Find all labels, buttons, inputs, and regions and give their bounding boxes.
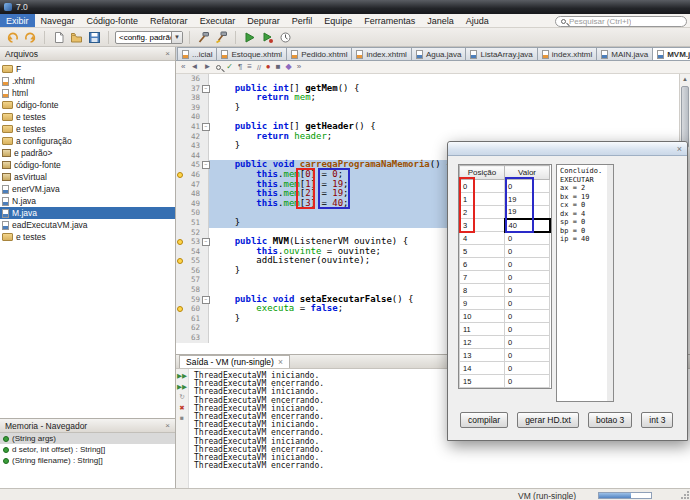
memory-cell[interactable]: 15 bbox=[460, 375, 505, 388]
memory-cell[interactable]: 5 bbox=[460, 245, 505, 258]
memory-cell[interactable]: 13 bbox=[460, 349, 505, 362]
code-line-42[interactable]: 42 return header; bbox=[176, 132, 690, 142]
menu-ajuda[interactable]: Ajuda bbox=[460, 14, 495, 27]
file-tree-item[interactable]: a configuração bbox=[0, 135, 175, 147]
menu-perfil[interactable]: Perfil bbox=[286, 14, 319, 27]
memory-cell[interactable]: 12 bbox=[460, 336, 505, 349]
memory-cell[interactable]: 0 bbox=[505, 180, 550, 193]
memory-cell[interactable]: 0 bbox=[505, 258, 550, 271]
new-file-icon[interactable] bbox=[51, 30, 66, 45]
config-combo[interactable]: <config. padrão> ▼ bbox=[115, 31, 183, 44]
run-icon[interactable] bbox=[242, 30, 257, 45]
memory-cell[interactable]: 0 bbox=[505, 375, 550, 388]
window-titlebar[interactable]: 7.0 bbox=[0, 0, 690, 14]
redo-icon[interactable] bbox=[23, 30, 38, 45]
memory-cell[interactable]: 14 bbox=[460, 362, 505, 375]
file-tree-item[interactable]: e testes bbox=[0, 111, 175, 123]
resize-grip-icon[interactable] bbox=[680, 490, 689, 499]
scrollbar-thumb[interactable] bbox=[681, 86, 689, 148]
output-tab[interactable]: Saída - VM (run-single) × bbox=[179, 355, 290, 368]
execution-log[interactable]: Concluído.EXECUTARax = 2bx = 19cx = 0dx … bbox=[556, 164, 614, 402]
file-tree-item[interactable]: e testes bbox=[0, 123, 175, 135]
memory-col-header-valor[interactable]: Valor bbox=[505, 166, 550, 180]
memory-cell[interactable]: 1 bbox=[460, 193, 505, 206]
memory-cell[interactable]: 0 bbox=[460, 180, 505, 193]
memory-cell[interactable]: 0 bbox=[505, 271, 550, 284]
editor-tab-mvm-java[interactable]: MVM.java× bbox=[652, 47, 690, 60]
paragraph-icon[interactable]: ¶ bbox=[238, 63, 242, 71]
file-tree-item[interactable]: eadExecutaVM.java bbox=[0, 219, 175, 231]
back-icon[interactable]: ◄ bbox=[190, 63, 198, 71]
navigator-header[interactable]: Memoria - Navegador × bbox=[0, 419, 175, 433]
dialog-titlebar[interactable]: × bbox=[448, 142, 687, 156]
bookmark-icon[interactable]: ◆ bbox=[286, 63, 292, 71]
file-tree-item[interactable]: M.java bbox=[0, 207, 175, 219]
clean-build-icon[interactable] bbox=[214, 30, 229, 45]
memory-cell[interactable]: 6 bbox=[460, 258, 505, 271]
menu-exibir[interactable]: Exibir bbox=[0, 14, 35, 27]
botao-3-button[interactable]: botao 3 bbox=[588, 412, 632, 428]
file-tree-item[interactable]: ódigo-fonte bbox=[0, 99, 175, 111]
memory-cell[interactable]: 4 bbox=[460, 232, 505, 245]
fold-icon[interactable] bbox=[202, 160, 209, 170]
navigator-item[interactable]: d setor, int offset) : String[] bbox=[0, 444, 175, 455]
menu-equipe[interactable]: Equipe bbox=[318, 14, 358, 27]
memory-cell[interactable]: 0 bbox=[505, 310, 550, 323]
refresh-icon[interactable]: ↻ bbox=[179, 394, 184, 401]
bulb-icon[interactable] bbox=[177, 172, 183, 178]
macro-stop-icon[interactable]: ■ bbox=[276, 63, 281, 71]
code-line-38[interactable]: 38 return mem; bbox=[176, 93, 690, 103]
file-tree-item[interactable]: código-fonte bbox=[0, 159, 175, 171]
comment-icon[interactable]: // bbox=[257, 64, 261, 71]
next-bookmark-icon[interactable]: » bbox=[297, 63, 301, 71]
gerar-hd-txt-button[interactable]: gerar HD.txt bbox=[517, 412, 579, 428]
stop-icon[interactable]: ✖ bbox=[179, 405, 184, 412]
file-tree-item[interactable]: enerVM.java bbox=[0, 183, 175, 195]
menu-janela[interactable]: Janela bbox=[421, 14, 460, 27]
code-line-39[interactable]: 39 } bbox=[176, 103, 690, 113]
int-3-button[interactable]: int 3 bbox=[641, 412, 673, 428]
editor-tab-pedido-xhtml[interactable]: Pedido.xhtml bbox=[286, 47, 352, 60]
chevron-down-icon[interactable]: ▼ bbox=[171, 32, 182, 43]
file-tree-item[interactable]: html bbox=[0, 87, 175, 99]
macro-record-icon[interactable]: ● bbox=[266, 63, 271, 71]
save-all-icon[interactable] bbox=[87, 30, 102, 45]
close-icon[interactable]: × bbox=[165, 421, 170, 430]
memory-cell[interactable]: 0 bbox=[505, 284, 550, 297]
editor-tab-listaarray-java[interactable]: ListaArray.java bbox=[465, 47, 537, 60]
memory-cell[interactable]: 0 bbox=[505, 245, 550, 258]
quick-search[interactable]: Pesquisar (Ctrl+I) bbox=[555, 16, 687, 27]
find-icon[interactable] bbox=[216, 65, 221, 70]
memory-cell[interactable]: 7 bbox=[460, 271, 505, 284]
file-tree-item[interactable]: e testes bbox=[0, 231, 175, 243]
debug-icon[interactable] bbox=[260, 30, 275, 45]
memory-cell[interactable]: 3 bbox=[460, 219, 505, 232]
navigator-item[interactable]: (String args) bbox=[0, 433, 175, 444]
editor-tab-main-java[interactable]: MAIN.java bbox=[596, 47, 653, 60]
memory-cell[interactable]: 0 bbox=[505, 232, 550, 245]
menu-executar[interactable]: Executar bbox=[194, 14, 242, 27]
file-tree-item[interactable]: F bbox=[0, 63, 175, 75]
menu-depurar[interactable]: Depurar bbox=[241, 14, 286, 27]
memory-col-header-posi-o[interactable]: Posição bbox=[460, 166, 505, 180]
bulb-icon[interactable] bbox=[177, 239, 183, 245]
menu-ferramentas[interactable]: Ferramentas bbox=[358, 14, 421, 27]
memory-cell[interactable]: 19 bbox=[505, 206, 550, 219]
clear-icon[interactable]: ■ bbox=[180, 415, 184, 422]
profile-icon[interactable] bbox=[278, 30, 293, 45]
memory-cell[interactable]: 2 bbox=[460, 206, 505, 219]
menu-navegar[interactable]: Navegar bbox=[35, 14, 81, 27]
editor-tab-index-xhtml[interactable]: index.xhtml bbox=[351, 47, 411, 60]
navigator-item[interactable]: (String filename) : String[] bbox=[0, 455, 175, 466]
editor-tab-icial[interactable]: ...icial bbox=[177, 47, 217, 60]
memory-cell[interactable]: 0 bbox=[505, 349, 550, 362]
close-icon[interactable]: × bbox=[165, 49, 170, 58]
memory-cell[interactable]: 0 bbox=[505, 362, 550, 375]
menu-c-digo-fonte[interactable]: Código-fonte bbox=[81, 14, 145, 27]
rerun-icon[interactable]: ▶▶ bbox=[177, 373, 187, 380]
file-tree-item[interactable]: .xhtml bbox=[0, 75, 175, 87]
lines-icon[interactable]: ≡ bbox=[247, 63, 252, 71]
file-tree-item[interactable]: e padrão> bbox=[0, 147, 175, 159]
dialog-close-icon[interactable]: × bbox=[677, 143, 682, 155]
open-project-icon[interactable] bbox=[69, 30, 84, 45]
